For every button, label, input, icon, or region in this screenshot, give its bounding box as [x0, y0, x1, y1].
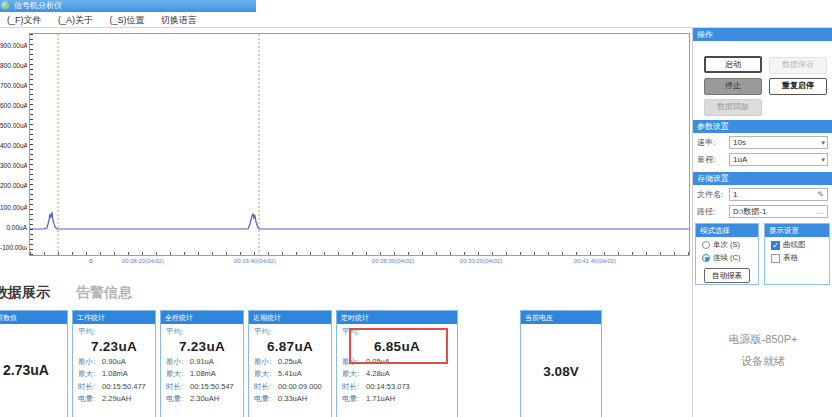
stop-button[interactable]: 停止: [704, 78, 762, 95]
y-tick: 400.00uA: [0, 142, 27, 149]
path-row: 路径: D:\数据-1 …: [693, 202, 832, 219]
panel-header: 全程统计: [161, 311, 243, 324]
table-option[interactable]: 表格: [765, 250, 829, 263]
min-value: 0.91uA: [190, 357, 214, 367]
rate-select[interactable]: 10s ▾: [729, 136, 828, 149]
voltage-value: 3.08V: [521, 364, 601, 379]
energy-value: 1.71uAH: [366, 394, 395, 404]
avg-label: 平均:: [249, 324, 331, 337]
energy-label: 电量:: [342, 394, 366, 404]
start-button[interactable]: 启动: [704, 56, 762, 73]
restart-button[interactable]: 重复启停: [769, 78, 827, 95]
menu-about[interactable]: (_A)关于: [51, 12, 100, 28]
chevron-down-icon: ▾: [821, 137, 825, 148]
panel-work-stats: 工作统计 平均: 7.23uA 最小:0.90uA 最大:1.08mA 时长:0…: [72, 310, 156, 417]
waveform-svg: [30, 34, 689, 255]
save-data-button[interactable]: 数据保存: [769, 57, 827, 74]
avg-value: 6.87uA: [249, 339, 331, 354]
device-ready-status: 设备就绪: [693, 350, 832, 372]
checkbox-label: 表格: [783, 253, 798, 263]
y-tick: -100.00uA: [0, 244, 27, 251]
range-label: 量程:: [697, 154, 729, 165]
path-label: 路径:: [697, 206, 729, 217]
edit-icon[interactable]: ✎: [817, 189, 824, 200]
energy-label: 电量:: [254, 394, 278, 404]
mode-single-option[interactable]: 单次 (S): [696, 237, 758, 250]
chevron-down-icon: ▾: [821, 154, 825, 165]
curve-option[interactable]: 曲线图: [765, 237, 829, 250]
duration-label: 时长:: [254, 382, 278, 392]
window-title: 信号机分析仪: [14, 1, 62, 10]
path-value: D:\数据-1: [733, 206, 816, 217]
range-row: 量程: 1uA ▾: [693, 150, 832, 167]
x-axis-minor-ticks: [30, 252, 689, 255]
display-header: 显示设置: [765, 224, 829, 237]
panel-header: 工作统计: [73, 311, 155, 324]
x-tick: 00:33:20(04/02): [446, 258, 516, 264]
mode-section: 模式选择 单次 (S) 连续 (C) 自动报表: [695, 223, 759, 285]
radio-label: 单次 (S): [713, 240, 740, 250]
device-status: 电源版-850P+ 设备就绪: [693, 328, 832, 372]
x-tick: 00:41:40(04/02): [560, 258, 630, 264]
radio-label: 连续 (C): [713, 253, 741, 263]
rate-row: 速率: 10s ▾: [693, 133, 832, 150]
min-value: 0.90uA: [102, 357, 126, 367]
filename-row: 文件名: 1 ✎: [693, 185, 832, 202]
duration-label: 时长:: [342, 382, 366, 392]
menu-file[interactable]: (_F)文件: [0, 12, 49, 28]
current-value: 2.73uA: [0, 362, 67, 378]
max-value: 4.28uA: [366, 369, 390, 379]
mode-header: 模式选择: [696, 224, 758, 237]
radio-icon[interactable]: [702, 241, 710, 249]
max-label: 最大:: [166, 369, 190, 379]
menu-position[interactable]: (_S)位置: [103, 12, 152, 28]
replay-button[interactable]: 数据回放: [704, 99, 762, 116]
tab-alarm-info[interactable]: 告警信息: [76, 284, 132, 302]
filename-input[interactable]: 1 ✎: [729, 188, 828, 201]
section-operation-header: 操作: [693, 28, 832, 41]
rate-label: 速率:: [697, 137, 729, 148]
menu-language[interactable]: 切换语言: [154, 12, 204, 28]
tab-data-display[interactable]: 数据展示: [0, 284, 50, 302]
section-params-header: 参数设置: [693, 120, 832, 133]
panel-recent-stats: 近期统计 平均: 6.87uA 最小:0.25uA 最大:5.41uA 时长:0…: [248, 310, 332, 417]
y-tick: 900.00uA: [0, 42, 27, 49]
display-section: 显示设置 曲线图 表格: [764, 223, 830, 285]
avg-label: 平均:: [73, 324, 155, 337]
panel-current-value: 当前数值 2.73uA 自动更新量程: [0, 310, 68, 417]
y-tick: 100.00uA: [0, 204, 27, 211]
max-value: 5.41uA: [278, 369, 302, 379]
checkbox-icon[interactable]: [771, 254, 780, 263]
app-icon: [1, 1, 10, 10]
range-value: 1uA: [733, 155, 747, 164]
browse-button[interactable]: …: [816, 206, 824, 217]
avg-value: 7.23uA: [161, 339, 243, 354]
duration-label: 时长:: [78, 382, 102, 392]
y-tick: 600.00uA: [0, 102, 27, 109]
range-select[interactable]: 1uA ▾: [729, 153, 828, 166]
mode-loop-option[interactable]: 连续 (C): [696, 250, 758, 263]
auto-report-button[interactable]: 自动报表: [704, 268, 750, 283]
filename-label: 文件名:: [697, 189, 729, 200]
x-tick: 00:25:00(04/02): [358, 258, 428, 264]
avg-value: 7.23uA: [73, 339, 155, 354]
max-label: 最大:: [254, 369, 278, 379]
y-axis-minor-ticks: [30, 34, 33, 255]
waveform-chart[interactable]: [29, 33, 690, 256]
energy-label: 电量:: [166, 394, 190, 404]
panel-voltage: 当前电压 3.08V: [520, 310, 602, 417]
radio-selected-icon[interactable]: [702, 254, 710, 262]
duration-value: 00:15:50.547: [190, 382, 234, 392]
energy-value: 0.33uAH: [278, 394, 307, 404]
x-tick: 00:08:20(04/02): [108, 258, 178, 264]
y-tick: 800.00uA: [0, 62, 27, 69]
max-value: 1.08mA: [102, 369, 128, 379]
title-bar[interactable]: 信号机分析仪: [0, 0, 256, 12]
path-input[interactable]: D:\数据-1 …: [729, 205, 828, 218]
energy-value: 2.30uAH: [190, 394, 219, 404]
max-label: 最大:: [78, 369, 102, 379]
menu-bar: (_F)文件 (_A)关于 (_S)位置 切换语言: [0, 12, 832, 28]
control-sidebar: 操作 启动 数据保存 停止 重复启停 数据回放 参数设置 速率: 10s ▾ 量…: [692, 28, 832, 417]
checkbox-label: 曲线图: [783, 240, 806, 250]
checkbox-checked-icon[interactable]: [771, 241, 780, 250]
